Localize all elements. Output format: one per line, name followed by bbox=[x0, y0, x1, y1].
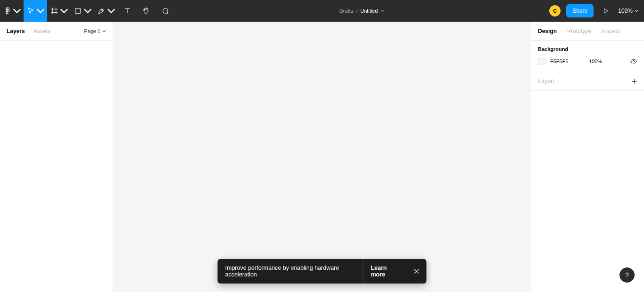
move-tool-button[interactable] bbox=[24, 0, 47, 22]
breadcrumb-separator: / bbox=[356, 8, 357, 14]
export-label: Export bbox=[538, 78, 554, 84]
pen-tool-button[interactable] bbox=[94, 0, 118, 22]
tab-layers[interactable]: Layers bbox=[7, 28, 25, 34]
toast-message: Improve performance by enabling hardware… bbox=[218, 259, 363, 284]
notification-toast: Improve performance by enabling hardware… bbox=[218, 259, 427, 284]
chevron-down-icon bbox=[107, 7, 116, 15]
visibility-toggle[interactable] bbox=[630, 58, 637, 65]
left-panel-header: Layers Assets Page 1 bbox=[0, 22, 113, 41]
toast-close-button[interactable] bbox=[407, 259, 427, 284]
play-icon bbox=[602, 7, 610, 15]
zoom-value: 100% bbox=[618, 8, 633, 14]
eye-icon bbox=[630, 58, 637, 65]
chevron-down-icon bbox=[102, 29, 106, 33]
document-title: Untitled bbox=[360, 8, 378, 14]
right-panel-tabs: Design Prototype Inspect bbox=[531, 22, 644, 41]
comment-tool-button[interactable] bbox=[156, 0, 174, 22]
export-section: Export bbox=[531, 72, 644, 91]
frame-icon bbox=[50, 7, 58, 15]
plus-icon bbox=[631, 78, 637, 84]
svg-rect-1 bbox=[75, 8, 80, 14]
canvas[interactable]: Improve performance by enabling hardware… bbox=[113, 22, 531, 292]
toolbar-right: C Share 100% bbox=[549, 0, 644, 22]
color-swatch[interactable] bbox=[538, 58, 545, 65]
chevron-down-icon bbox=[635, 9, 638, 13]
toolbar-left bbox=[0, 0, 174, 22]
page-selector[interactable]: Page 1 bbox=[84, 28, 106, 34]
background-title: Background bbox=[538, 46, 637, 52]
background-section: Background F5F5F5 100% bbox=[531, 41, 644, 72]
shape-tool-button[interactable] bbox=[71, 0, 94, 22]
text-icon bbox=[123, 7, 132, 15]
chevron-down-icon bbox=[36, 7, 45, 15]
toast-action-link[interactable]: Learn more bbox=[363, 259, 406, 284]
cursor-icon bbox=[26, 7, 35, 15]
hand-tool-button[interactable] bbox=[137, 0, 156, 22]
avatar[interactable]: C bbox=[549, 5, 561, 17]
hand-icon bbox=[142, 7, 150, 15]
figma-logo-icon bbox=[3, 7, 11, 15]
pen-icon bbox=[97, 7, 106, 15]
opacity-input[interactable]: 100% bbox=[589, 58, 612, 64]
share-button[interactable]: Share bbox=[566, 4, 594, 17]
document-title-area[interactable]: Drafts / Untitled bbox=[174, 0, 549, 22]
color-hex-input[interactable]: F5F5F5 bbox=[550, 58, 578, 64]
help-button[interactable]: ? bbox=[619, 267, 635, 283]
present-button[interactable] bbox=[599, 7, 612, 15]
workspace: Layers Assets Page 1 Improve performance… bbox=[0, 22, 644, 292]
svg-point-2 bbox=[101, 10, 102, 11]
chevron-down-icon bbox=[60, 7, 68, 15]
comment-icon bbox=[161, 7, 169, 15]
left-panel-tabs: Layers Assets bbox=[7, 28, 50, 34]
chevron-down-icon bbox=[380, 9, 384, 13]
zoom-control[interactable]: 100% bbox=[618, 8, 638, 14]
background-color-row: F5F5F5 100% bbox=[538, 58, 637, 65]
page-selector-label: Page 1 bbox=[84, 28, 100, 34]
frame-tool-button[interactable] bbox=[47, 0, 71, 22]
close-icon bbox=[413, 268, 420, 275]
rectangle-icon bbox=[74, 7, 82, 15]
text-tool-button[interactable] bbox=[118, 0, 137, 22]
left-panel: Layers Assets Page 1 bbox=[0, 22, 113, 292]
right-panel: Design Prototype Inspect Background F5F5… bbox=[531, 22, 644, 292]
top-toolbar: Drafts / Untitled C Share 100% bbox=[0, 0, 644, 22]
tab-assets[interactable]: Assets bbox=[33, 28, 50, 34]
svg-point-3 bbox=[633, 60, 634, 62]
breadcrumb-folder: Drafts bbox=[339, 8, 353, 14]
tab-inspect[interactable]: Inspect bbox=[602, 28, 620, 34]
chevron-down-icon bbox=[13, 7, 21, 15]
tab-prototype[interactable]: Prototype bbox=[567, 28, 591, 34]
svg-point-0 bbox=[7, 10, 9, 12]
chevron-down-icon bbox=[83, 7, 92, 15]
main-menu-button[interactable] bbox=[0, 0, 24, 22]
add-export-button[interactable] bbox=[631, 78, 637, 84]
tab-design[interactable]: Design bbox=[538, 28, 557, 34]
